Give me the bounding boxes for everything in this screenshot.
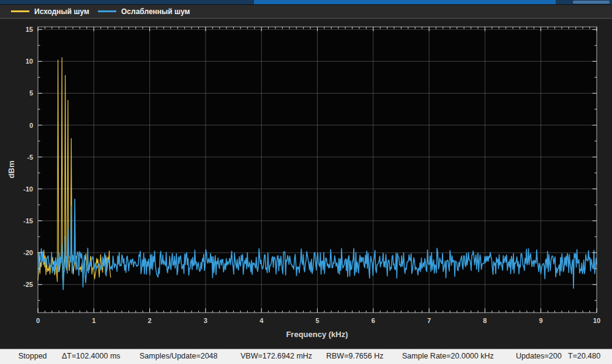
y-tick-label: -20: [23, 249, 33, 256]
y-axis-label: dBm: [7, 161, 16, 179]
status-item: VBW=172.6942 mHz: [241, 349, 312, 363]
y-tick-label: -25: [23, 281, 33, 288]
y-tick-label: -5: [27, 154, 33, 161]
x-tick-label: 0: [36, 317, 40, 324]
spectrum-plot: 012345678910151050-5-10-15-20-25 Frequen…: [0, 19, 612, 349]
original-noise-legend-label: Исходный шум: [34, 7, 89, 16]
x-tick-label: 7: [427, 317, 431, 324]
x-tick-label: 9: [539, 317, 543, 324]
x-tick-label: 6: [371, 317, 375, 324]
attenuated-noise-line-swatch: [98, 10, 116, 12]
title-strip-highlight: [254, 0, 556, 4]
legend-bar: Исходный шум Ослабленный шум: [0, 4, 612, 19]
y-tick-label: -10: [23, 185, 33, 193]
title-strip-thumb[interactable]: [573, 1, 610, 4]
status-item: Sample Rate=20.0000 kHz: [402, 349, 494, 363]
y-tick-label: 0: [29, 122, 33, 129]
y-tick-label: 10: [26, 58, 33, 65]
x-tick-label: 4: [259, 317, 264, 324]
x-axis-label: Frequency (kHz): [286, 330, 348, 339]
status-item: RBW=9.7656 Hz: [326, 349, 383, 363]
legend-item-original-noise[interactable]: Исходный шум: [11, 5, 89, 18]
original-noise-line-swatch: [11, 10, 29, 12]
title-strip: [0, 0, 612, 4]
x-tick-label: 3: [204, 317, 207, 324]
status-item: Stopped: [18, 349, 47, 363]
spectrum-analyzer-window: Исходный шум Ослабленный шум 01234567891…: [0, 0, 612, 364]
figure-area: 012345678910151050-5-10-15-20-25 Frequen…: [0, 19, 612, 349]
status-item: T=20.480: [568, 349, 600, 363]
attenuated-noise-legend-label: Ослабленный шум: [121, 7, 190, 16]
status-item: Samples/Update=2048: [140, 349, 218, 363]
y-tick-label: 5: [29, 89, 33, 97]
legend-item-attenuated-noise[interactable]: Ослабленный шум: [98, 5, 190, 18]
x-tick-label: 2: [148, 317, 152, 324]
status-item: ΔT=102.4000 ms: [62, 349, 121, 363]
x-tick-label: 10: [593, 317, 600, 324]
y-tick-label: -15: [23, 217, 33, 225]
status-item: Updates=200: [516, 349, 562, 363]
x-tick-label: 5: [315, 317, 319, 324]
x-tick-label: 1: [92, 317, 95, 324]
status-bar: StoppedΔT=102.4000 msSamples/Update=2048…: [0, 349, 612, 364]
x-tick-label: 8: [483, 317, 487, 324]
y-tick-label: 15: [26, 26, 33, 33]
